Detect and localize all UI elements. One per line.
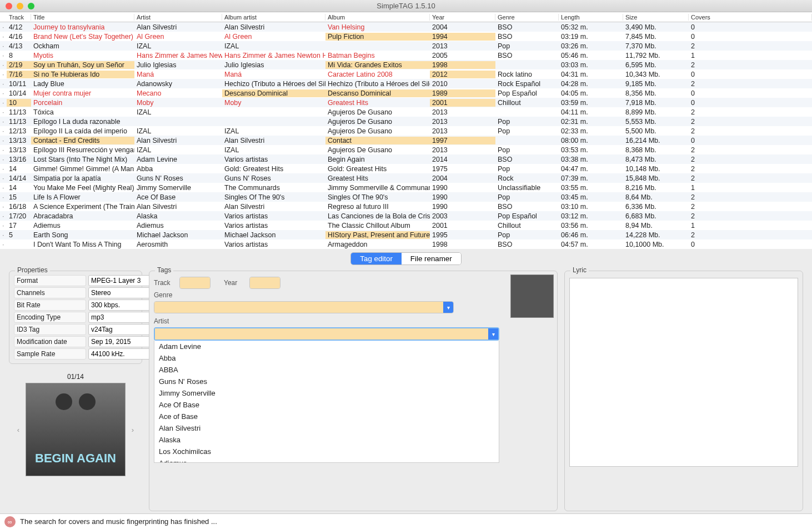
col-artist[interactable]: Artist xyxy=(134,14,222,21)
tags-title: Tags xyxy=(155,266,173,274)
cover-prev-button[interactable]: ‹ xyxy=(13,418,23,441)
cell-year: 1994 xyxy=(430,33,495,41)
cell-year: 2001 xyxy=(430,222,495,229)
cell-album: Agujeros De Gusano xyxy=(325,127,430,135)
col-genre[interactable]: Genre xyxy=(495,14,559,21)
cell-year: 2014 xyxy=(430,156,495,163)
col-track[interactable]: Track xyxy=(7,14,31,21)
cell-album_artist: Hechizo (Tributo a Héroes del Silencio) xyxy=(222,80,325,88)
cover-next-button[interactable]: › xyxy=(128,418,138,441)
artist-option[interactable]: Adam Levine xyxy=(154,341,499,352)
cell-cov: 0 xyxy=(689,137,812,144)
tab-tag-editor[interactable]: Tag editor xyxy=(351,253,402,264)
cell-size: 6,336 Mb. xyxy=(623,203,689,211)
cell-album: The Classic Chillout Album xyxy=(325,222,430,229)
col-album-artist[interactable]: Album artist xyxy=(222,14,325,21)
table-row[interactable]: ·8MyotisHans Zimmer & James Newton Howar… xyxy=(0,51,812,60)
table-row[interactable]: ·4/16Brand New (Let's Stay Together)Al G… xyxy=(0,32,812,41)
col-size[interactable]: Size xyxy=(623,14,689,21)
cell-len: 04:05 m. xyxy=(559,89,623,97)
artist-option[interactable]: Ace of Base xyxy=(154,411,499,422)
cell-cov: 1 xyxy=(689,222,812,229)
table-row[interactable]: ·14Gimme! Gimme! Gimme! (A Man After Mid… xyxy=(0,164,812,173)
col-title[interactable]: Title xyxy=(31,14,134,21)
cell-len: 03:55 m. xyxy=(559,184,623,192)
close-icon[interactable] xyxy=(6,3,12,9)
artist-option[interactable]: Guns N' Roses xyxy=(154,376,499,387)
artist-option[interactable]: Abba xyxy=(154,352,499,364)
cell-year: 1975 xyxy=(430,165,495,173)
cell-album: Caracter Latino 2008 xyxy=(325,71,430,78)
cell-cov: 2 xyxy=(689,146,812,154)
col-covers[interactable]: Covers xyxy=(689,14,812,21)
table-row[interactable]: ·10/11Lady BlueAdanowskyHechizo (Tributo… xyxy=(0,79,812,88)
artist-option[interactable]: ABBA xyxy=(154,364,499,376)
artist-option[interactable]: Jimmy Somerville xyxy=(154,387,499,399)
table-row[interactable]: ·14You Make Me Feel (Mighty Real)Jimmy S… xyxy=(0,183,812,192)
table-row[interactable]: ·11/13Epílogo I La duda razonableAgujero… xyxy=(0,117,812,126)
artist-combo[interactable]: ▾ xyxy=(154,327,499,341)
artist-option[interactable]: Adiemus xyxy=(154,457,499,463)
table-row[interactable]: ·10PorcelainMobyMobyGreatest Hits2001Chi… xyxy=(0,98,812,107)
table-row[interactable]: ·5Earth SongMichael JacksonMichael Jacks… xyxy=(0,230,812,239)
table-row[interactable]: ·7/16Si no Te Hubieras IdoManáManáCaract… xyxy=(0,69,812,79)
cell-album_artist: Alan Silvestri xyxy=(222,137,325,144)
table-row[interactable]: ·I Don't Want To Miss A ThingAerosmithVa… xyxy=(0,239,812,249)
artist-option[interactable]: Alaska xyxy=(154,434,499,446)
table-row[interactable]: ·12/13Epílogo II La caída del imperioIZA… xyxy=(0,126,812,136)
table-row[interactable]: ·16/18A Science Experiment (The Train)Al… xyxy=(0,202,812,211)
prop-key: Bit Rate xyxy=(14,300,86,311)
cell-title: Epílogo III Resurrección y venganza xyxy=(31,146,134,154)
lyric-textarea[interactable] xyxy=(569,278,798,467)
table-row[interactable]: ·2/19Soy un Truhán, Soy un SeñorJulio Ig… xyxy=(0,60,812,69)
table-row[interactable]: ·10/14Mujer contra mujerMecanoDescanso D… xyxy=(0,88,812,98)
table-row[interactable]: ·4/13OckhamIZALIZAL2013Pop03:26 m.7,370 … xyxy=(0,41,812,51)
col-album[interactable]: Album xyxy=(325,14,430,21)
chevron-down-icon[interactable]: ▾ xyxy=(488,328,498,340)
prop-key: Channels xyxy=(14,287,86,298)
window-title: SimpleTAG 1.5.10 xyxy=(377,2,435,10)
cell-title: I Don't Want To Miss A Thing xyxy=(31,241,134,248)
cell-album_artist: IZAL xyxy=(222,127,325,135)
artist-option[interactable]: Alan Silvestri xyxy=(154,422,499,434)
table-row[interactable]: ·13/13Contact - End CreditsAlan Silvestr… xyxy=(0,136,812,145)
table-row[interactable]: ·17/20AbracadabraAlaskaVarios artistasLa… xyxy=(0,211,812,221)
zoom-icon[interactable] xyxy=(28,3,34,9)
table-row[interactable]: ·13/13Epílogo III Resurrección y venganz… xyxy=(0,145,812,154)
cell-cov: 2 xyxy=(689,61,812,69)
album-thumbnail[interactable] xyxy=(510,275,554,318)
table-row[interactable]: ·17AdiemusAdiemusVarios artistasThe Clas… xyxy=(0,221,812,230)
lyric-panel: Lyric xyxy=(564,271,803,511)
prop-key: Format xyxy=(14,275,86,286)
track-table[interactable]: ·4/12Journey to transylvaniaAlan Silvest… xyxy=(0,22,812,249)
tab-file-renamer[interactable]: File renamer xyxy=(402,253,461,264)
table-row[interactable]: ·11/13TóxicaIZALAgujeros De Gusano201304… xyxy=(0,107,812,117)
cell-genre: BSO xyxy=(495,23,559,31)
cell-title: Lost Stars (Into The Night Mix) xyxy=(31,156,134,163)
cell-album_artist: Hans Zimmer & James Newton Howard xyxy=(222,52,325,59)
cell-title: Brand New (Let's Stay Together) xyxy=(31,33,134,41)
artist-input[interactable] xyxy=(155,328,488,340)
table-row[interactable]: ·13/16Lost Stars (Into The Night Mix)Ada… xyxy=(0,154,812,164)
table-row[interactable]: ·14/14Simpatia por la apatíaGuns N' Rose… xyxy=(0,173,812,183)
cover-image[interactable]: BEGIN AGAIN xyxy=(26,383,126,476)
artist-dropdown[interactable]: Adam LevineAbbaABBAGuns N' RosesJimmy So… xyxy=(154,341,499,463)
prop-row: Channels xyxy=(14,287,137,299)
chevron-down-icon[interactable]: ▾ xyxy=(443,302,453,313)
cell-artist: Alaska xyxy=(134,212,222,220)
artist-option[interactable]: Los Xochimilcas xyxy=(154,446,499,457)
genre-combo[interactable]: ▾ xyxy=(154,301,454,313)
track-combo[interactable]: ▾ xyxy=(179,277,210,289)
cell-title: Porcelain xyxy=(31,99,134,107)
artist-option[interactable]: Ace Of Base xyxy=(154,399,499,411)
minimize-icon[interactable] xyxy=(17,3,23,9)
cell-size: 10,1000 Mb. xyxy=(623,241,689,248)
col-length[interactable]: Length xyxy=(559,14,623,21)
table-row[interactable]: ·4/12Journey to transylvaniaAlan Silvest… xyxy=(0,22,812,32)
table-row[interactable]: ·15Life Is A FlowerAce Of BaseSingles Of… xyxy=(0,192,812,202)
cell-genre: Unclassifiable xyxy=(495,184,559,192)
col-year[interactable]: Year xyxy=(430,14,495,21)
cell-trk: 17 xyxy=(7,222,31,229)
cover-text: BEGIN AGAIN xyxy=(35,451,116,466)
year-combo[interactable]: ▾ xyxy=(249,277,280,289)
